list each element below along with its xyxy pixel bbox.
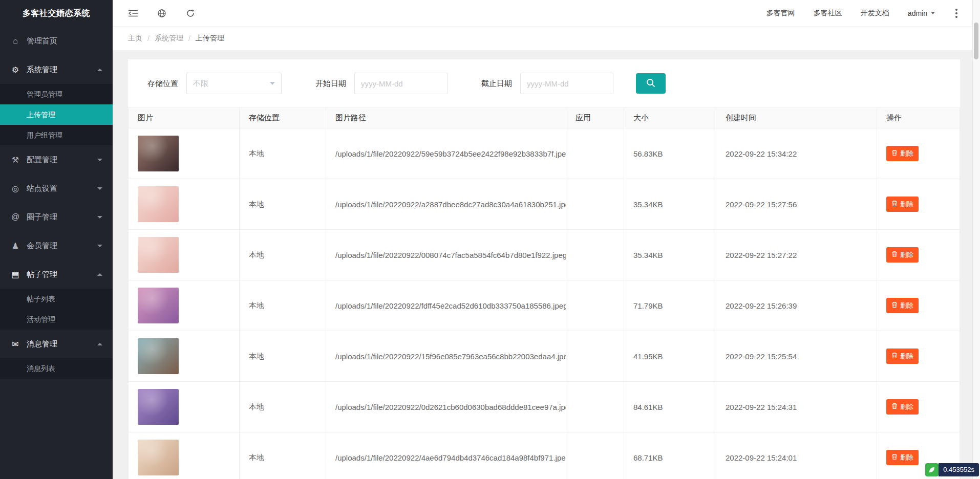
sidebar-item-label: 消息管理 — [27, 339, 57, 349]
table-row: 本地 /uploads/1/file/20220922/fdff45e2cad5… — [129, 280, 960, 331]
sidebar-item-site[interactable]: ◎ 站点设置 — [0, 174, 113, 203]
start-date-input[interactable] — [354, 73, 448, 94]
leaf-icon — [925, 463, 939, 476]
trash-icon — [891, 453, 898, 462]
start-date-label: 开始日期 — [315, 79, 346, 89]
chevron-up-icon — [97, 69, 102, 71]
upload-thumbnail[interactable] — [138, 288, 179, 323]
tools-icon: ⚒ — [10, 155, 20, 165]
user-menu[interactable]: admin — [908, 9, 935, 17]
breadcrumb-home[interactable]: 主页 — [128, 34, 142, 43]
breadcrumb: 主页 / 系统管理 / 上传管理 — [113, 27, 980, 50]
app-logo: 多客社交婚恋系统 — [0, 0, 113, 27]
end-date-label: 截止日期 — [481, 79, 512, 89]
sidebar-item-circle[interactable]: @ 圈子管理 — [0, 203, 113, 231]
sidebar-item-member[interactable]: ♟ 会员管理 — [0, 231, 113, 260]
cell-actions: 删除 — [877, 331, 960, 382]
sidebar-item-home[interactable]: ⌂ 管理首页 — [0, 27, 113, 55]
delete-button[interactable]: 删除 — [886, 247, 919, 263]
cell-storage: 本地 — [240, 280, 326, 331]
delete-button[interactable]: 删除 — [886, 298, 919, 313]
cell-actions: 删除 — [877, 230, 960, 280]
upload-thumbnail[interactable] — [138, 440, 179, 475]
cell-image — [129, 432, 240, 479]
delete-button[interactable]: 删除 — [886, 197, 919, 212]
sidebar-item-admin-manage[interactable]: 管理员管理 — [0, 84, 113, 104]
cell-size: 41.95KB — [624, 331, 716, 382]
gear-icon: ⚙ — [10, 65, 20, 75]
delete-button[interactable]: 删除 — [886, 450, 919, 465]
end-date-input[interactable] — [520, 73, 613, 94]
sidebar-item-message-list[interactable]: 消息列表 — [0, 358, 113, 379]
cell-app — [566, 128, 624, 179]
cell-created: 2022-09-22 15:27:56 — [716, 179, 877, 230]
storage-select[interactable]: 不限 — [186, 73, 282, 94]
chevron-down-icon — [97, 159, 102, 161]
message-icon: ✉ — [10, 339, 20, 349]
delete-button[interactable]: 删除 — [886, 349, 919, 364]
delete-button[interactable]: 删除 — [886, 399, 919, 415]
refresh-icon[interactable] — [184, 7, 197, 19]
delete-button[interactable]: 删除 — [886, 146, 919, 161]
upload-thumbnail[interactable] — [138, 389, 179, 425]
cell-created: 2022-09-22 15:25:54 — [716, 331, 877, 382]
upload-thumbnail[interactable] — [138, 237, 179, 273]
breadcrumb-system[interactable]: 系统管理 — [155, 34, 183, 43]
scrollbar-track[interactable] — [972, 0, 980, 479]
cell-storage: 本地 — [240, 331, 326, 382]
chevron-up-icon — [97, 273, 102, 276]
cell-path: /uploads/1/file/20220922/59e59b3724b5ee2… — [326, 128, 566, 179]
trash-icon — [891, 149, 898, 158]
sidebar: 多客社交婚恋系统 ⌂ 管理首页 ⚙ 系统管理 管理员管理 上传管理 用户组管理 — [0, 0, 113, 479]
sidebar-item-upload-manage[interactable]: 上传管理 — [0, 104, 113, 125]
person-icon: ♟ — [10, 241, 20, 251]
upload-thumbnail[interactable] — [138, 338, 179, 374]
app-root: 多客社交婚恋系统 ⌂ 管理首页 ⚙ 系统管理 管理员管理 上传管理 用户组管理 — [0, 0, 980, 479]
link-dev-docs[interactable]: 开发文档 — [861, 9, 889, 18]
sidebar-item-label: 系统管理 — [27, 65, 57, 75]
username: admin — [908, 9, 927, 17]
upload-thumbnail[interactable] — [138, 186, 179, 222]
sidebar-item-label: 管理首页 — [27, 36, 57, 46]
at-icon: @ — [10, 212, 20, 222]
site-settings-icon: ◎ — [10, 184, 20, 193]
cell-path: /uploads/1/file/20220922/008074c7fac5a58… — [326, 230, 566, 280]
cell-storage: 本地 — [240, 382, 326, 432]
cell-path: /uploads/1/file/20220922/4ae6d794db4d374… — [326, 432, 566, 479]
globe-icon[interactable] — [156, 7, 168, 19]
sidebar-item-post-list[interactable]: 帖子列表 — [0, 289, 113, 309]
cell-size: 56.83KB — [624, 128, 716, 179]
cell-created: 2022-09-22 15:24:01 — [716, 432, 877, 479]
sidebar-item-posts[interactable]: ▤ 帖子管理 — [0, 260, 113, 289]
sidebar-item-message[interactable]: ✉ 消息管理 — [0, 330, 113, 358]
sidebar-item-activity-manage[interactable]: 活动管理 — [0, 309, 113, 330]
link-official-site[interactable]: 多客官网 — [766, 9, 795, 18]
cell-actions: 删除 — [877, 280, 960, 331]
sidebar-toggle-icon[interactable] — [127, 7, 139, 19]
delete-button-label: 删除 — [900, 402, 913, 411]
cell-storage: 本地 — [240, 432, 326, 479]
chevron-up-icon — [97, 343, 102, 345]
link-community[interactable]: 多客社区 — [814, 9, 842, 18]
sidebar-item-usergroup-manage[interactable]: 用户组管理 — [0, 125, 113, 145]
scrollbar-thumb[interactable] — [974, 23, 978, 59]
breadcrumb-current: 上传管理 — [196, 34, 224, 43]
sidebar-group-message: ✉ 消息管理 消息列表 — [0, 330, 113, 379]
storage-select-value: 不限 — [193, 79, 208, 89]
cell-actions: 删除 — [877, 382, 960, 432]
col-header-app: 应用 — [566, 108, 624, 128]
cell-app — [566, 230, 624, 280]
trash-icon — [891, 251, 898, 259]
search-button[interactable] — [636, 73, 666, 94]
posts-icon: ▤ — [10, 270, 20, 279]
sidebar-item-config[interactable]: ⚒ 配置管理 — [0, 145, 113, 174]
more-menu-icon[interactable] — [955, 12, 957, 14]
cell-image — [129, 331, 240, 382]
chevron-down-icon — [270, 82, 275, 85]
sidebar-item-system[interactable]: ⚙ 系统管理 — [0, 55, 113, 84]
cell-created: 2022-09-22 15:34:22 — [716, 128, 877, 179]
col-header-created: 创建时间 — [716, 108, 877, 128]
cell-size: 68.71KB — [624, 432, 716, 479]
cell-path: /uploads/1/file/20220922/a2887dbee8dc27a… — [326, 179, 566, 230]
upload-thumbnail[interactable] — [138, 136, 179, 171]
